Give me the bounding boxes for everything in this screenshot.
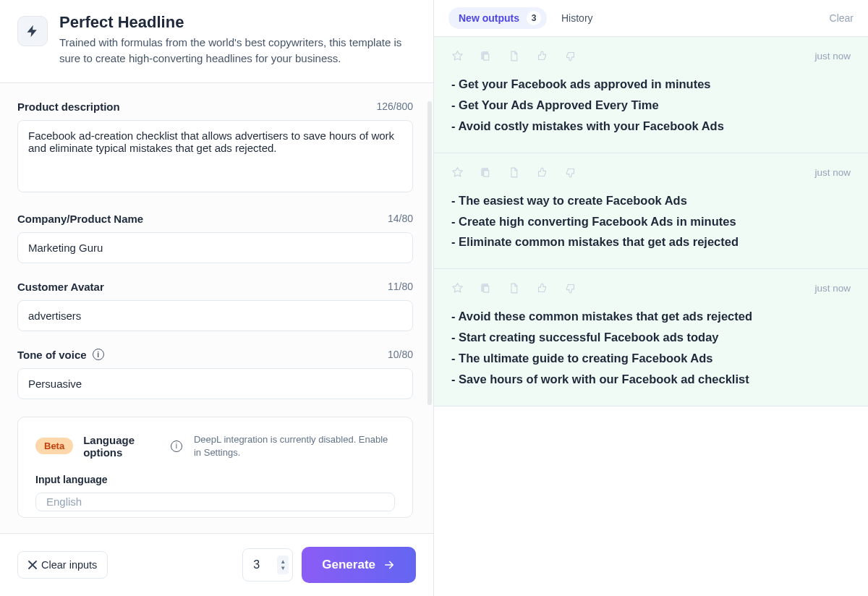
output-line: - Get Your Ads Approved Every Time <box>451 95 851 116</box>
language-note: DeepL integration is currently disabled.… <box>194 433 395 459</box>
info-icon[interactable]: i <box>93 349 104 360</box>
document-icon <box>508 166 520 179</box>
output-line: - Get your Facebook ads approved in minu… <box>451 74 851 95</box>
customer-avatar-input[interactable] <box>17 300 413 331</box>
output-panel: New outputs 3 History Clear just now- Ge… <box>434 0 868 596</box>
tone-count: 10/80 <box>388 349 413 360</box>
output-card: just now- Avoid these common mistakes th… <box>434 269 868 406</box>
output-line: - Save hours of work with our Facebook a… <box>451 369 851 390</box>
document-button[interactable] <box>508 50 520 62</box>
company-name-count: 14/80 <box>388 213 413 224</box>
star-icon <box>451 166 464 179</box>
star-button[interactable] <box>451 166 464 179</box>
tone-input[interactable] <box>17 368 413 399</box>
thumbs-down-button[interactable] <box>564 282 576 294</box>
output-line: - Create high converting Facebook Ads in… <box>451 211 851 232</box>
tab-history[interactable]: History <box>561 12 593 24</box>
customer-avatar-count: 11/80 <box>388 281 413 292</box>
thumbs-down-button[interactable] <box>564 166 576 179</box>
output-line: - Avoid costly mistakes with your Facebo… <box>451 116 851 137</box>
close-icon <box>28 561 37 569</box>
thumbs-up-icon <box>536 166 548 179</box>
company-name-label: Company/Product Name <box>17 213 143 225</box>
output-count-stepper[interactable]: ▲▼ <box>242 548 293 582</box>
copy-button[interactable] <box>480 282 492 294</box>
output-line: - Start creating successful Facebook ads… <box>451 327 851 348</box>
generate-button[interactable]: Generate <box>302 547 416 583</box>
thumbs-down-button[interactable] <box>564 50 576 62</box>
new-outputs-count: 3 <box>527 11 541 25</box>
lightning-icon <box>25 24 40 38</box>
thumbs-up-icon <box>536 282 548 294</box>
star-icon <box>451 50 464 62</box>
output-card: just now- Get your Facebook ads approved… <box>434 37 868 153</box>
product-description-label: Product description <box>17 101 120 113</box>
output-line: - Eliminate common mistakes that get ads… <box>451 231 851 252</box>
template-description: Trained with formulas from the world's b… <box>59 35 413 67</box>
star-button[interactable] <box>451 50 464 62</box>
thumbs-down-icon <box>564 50 576 62</box>
outputs-list: just now- Get your Facebook ads approved… <box>434 37 868 596</box>
bottom-bar: Clear inputs ▲▼ Generate <box>0 533 433 596</box>
thumbs-up-button[interactable] <box>536 282 548 294</box>
document-button[interactable] <box>508 282 520 294</box>
document-button[interactable] <box>508 166 520 179</box>
info-icon[interactable]: i <box>171 440 182 452</box>
thumbs-down-icon <box>564 166 576 179</box>
star-button[interactable] <box>451 282 464 294</box>
tabs-bar: New outputs 3 History Clear <box>434 0 868 37</box>
beta-badge: Beta <box>35 438 73 454</box>
tone-label: Tone of voice i <box>17 349 104 361</box>
output-timestamp: just now <box>814 167 851 178</box>
field-tone: Tone of voice i 10/80 <box>17 349 413 399</box>
output-card: just now- The easiest way to create Face… <box>434 153 868 270</box>
star-icon <box>451 282 464 294</box>
thumbs-down-icon <box>564 282 576 294</box>
output-line: - The ultimate guide to creating Faceboo… <box>451 348 851 369</box>
header-text: Perfect Headline Trained with formulas f… <box>59 13 413 67</box>
input-language-label: Input language <box>35 474 395 485</box>
copy-button[interactable] <box>480 50 492 62</box>
output-timestamp: just now <box>814 283 851 294</box>
output-actions <box>451 166 576 179</box>
copy-icon <box>480 282 492 294</box>
arrow-right-icon <box>383 558 396 571</box>
thumbs-up-button[interactable] <box>536 50 548 62</box>
document-icon <box>508 282 520 294</box>
copy-button[interactable] <box>480 166 492 179</box>
tab-new-outputs[interactable]: New outputs 3 <box>448 7 547 29</box>
language-options-title: Language options <box>83 434 161 459</box>
customer-avatar-label: Customer Avatar <box>17 281 104 293</box>
scrollbar[interactable] <box>427 101 432 405</box>
output-timestamp: just now <box>814 51 851 61</box>
output-line: - Avoid these common mistakes that get a… <box>451 306 851 327</box>
copy-icon <box>480 166 492 179</box>
output-actions <box>451 50 576 62</box>
copy-icon <box>480 50 492 62</box>
field-company-name: Company/Product Name 14/80 <box>17 213 413 263</box>
field-product-description: Product description 126/800 <box>17 101 413 195</box>
thumbs-up-icon <box>536 50 548 62</box>
field-customer-avatar: Customer Avatar 11/80 <box>17 281 413 331</box>
form-area: Product description 126/800 Company/Prod… <box>0 83 433 534</box>
company-name-input[interactable] <box>17 232 413 263</box>
output-line: - The easiest way to create Facebook Ads <box>451 190 851 211</box>
stepper-icon[interactable]: ▲▼ <box>277 555 289 574</box>
clear-outputs-button[interactable]: Clear <box>830 12 854 24</box>
template-header: Perfect Headline Trained with formulas f… <box>0 0 433 83</box>
thumbs-up-button[interactable] <box>536 166 548 179</box>
template-icon <box>17 16 48 46</box>
language-options-box: Beta Language options i DeepL integratio… <box>17 417 413 518</box>
document-icon <box>508 50 520 62</box>
input-language-select[interactable]: English <box>35 493 395 511</box>
product-description-count: 126/800 <box>376 101 413 112</box>
output-actions <box>451 282 576 294</box>
product-description-input[interactable] <box>17 120 413 192</box>
clear-inputs-button[interactable]: Clear inputs <box>17 551 108 579</box>
input-panel: Perfect Headline Trained with formulas f… <box>0 0 434 596</box>
template-title: Perfect Headline <box>59 13 413 32</box>
